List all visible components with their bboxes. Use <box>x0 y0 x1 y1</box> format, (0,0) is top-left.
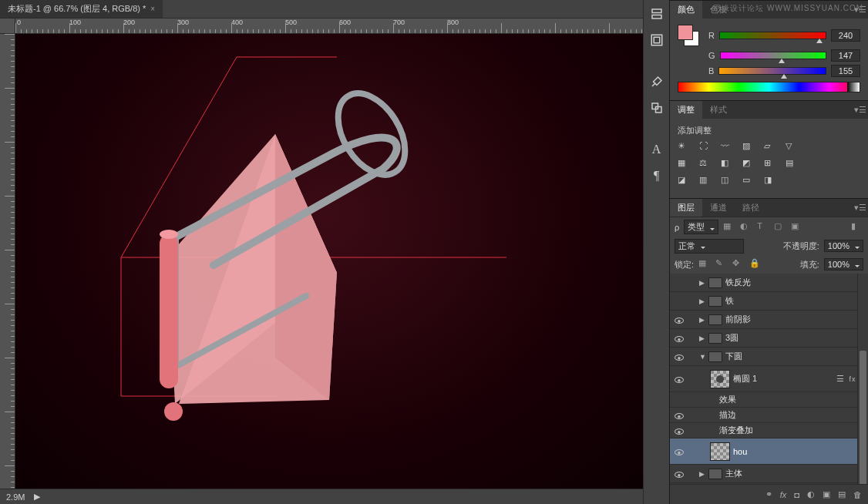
lock-all-icon[interactable]: 🔒 <box>749 258 762 270</box>
expand-icon[interactable] <box>699 279 708 287</box>
status-zoom[interactable]: 2.9M <box>6 492 25 502</box>
filter-type-icon[interactable]: T <box>757 221 769 234</box>
g-value[interactable]: 147 <box>831 49 860 62</box>
new-layer-icon[interactable]: ▤ <box>838 489 846 499</box>
horizontal-ruler[interactable]: 0 100 200 300 400 500 600 700 800 <box>15 18 643 34</box>
layer-row[interactable]: 下圆 <box>670 348 868 366</box>
visibility-toggle[interactable] <box>670 426 688 435</box>
bw-icon[interactable]: ◧ <box>721 158 735 170</box>
vibrance-icon[interactable]: ▱ <box>764 141 778 153</box>
filter-type-select[interactable]: 类型 <box>684 220 718 234</box>
hue-icon[interactable]: ▦ <box>678 158 691 170</box>
filter-shape-icon[interactable]: ▢ <box>774 221 786 234</box>
layer-row[interactable]: 铁反光 <box>670 274 868 292</box>
layer-row-selected[interactable]: hou <box>670 438 868 465</box>
expand-icon[interactable] <box>699 316 708 324</box>
properties-icon[interactable] <box>648 31 666 49</box>
lookup-icon[interactable]: ▤ <box>786 158 799 170</box>
expand-icon[interactable] <box>699 470 708 478</box>
tab-color[interactable]: 颜色 <box>670 1 702 18</box>
b-slider[interactable] <box>718 67 826 75</box>
visibility-toggle[interactable] <box>670 334 688 343</box>
link-layers-icon[interactable]: ⚭ <box>765 489 772 499</box>
visibility-toggle[interactable] <box>670 352 688 361</box>
visibility-toggle[interactable] <box>670 315 688 324</box>
new-group-icon[interactable]: ▣ <box>823 489 830 499</box>
b-value[interactable]: 155 <box>831 65 860 77</box>
layer-row[interactable]: 描边 <box>670 408 868 423</box>
tab-layers[interactable]: 图层 <box>670 199 702 217</box>
document-tab-bar: 未标题-1 @ 66.7% (图层 4, RGB/8) * × <box>0 0 643 18</box>
tab-adjustments[interactable]: 调整 <box>670 101 702 119</box>
panel-menu-icon[interactable]: ▾☰ <box>853 203 868 213</box>
lock-paint-icon[interactable]: ✎ <box>715 258 728 270</box>
character-icon[interactable]: A <box>648 140 666 159</box>
collapse-icon[interactable] <box>699 353 708 361</box>
vertical-ruler[interactable] <box>0 34 15 489</box>
filter-smart-icon[interactable]: ▣ <box>791 221 803 234</box>
layer-row[interactable]: 渐变叠加 <box>670 423 868 438</box>
selective-color-icon[interactable]: ◨ <box>764 175 778 187</box>
layer-row[interactable]: 效果 <box>670 392 868 408</box>
filter-toggle[interactable]: ▮ <box>851 221 863 234</box>
visibility-toggle[interactable] <box>670 469 688 479</box>
mask-icon[interactable]: ◘ <box>794 490 799 499</box>
status-arrow[interactable]: ▶ <box>34 492 40 502</box>
visibility-toggle[interactable] <box>670 411 688 420</box>
layer-thumb[interactable] <box>710 370 730 388</box>
exposure-icon[interactable]: ▨ <box>742 141 756 153</box>
balance-icon[interactable]: ⚖ <box>699 158 713 170</box>
blend-mode-select[interactable]: 正常 <box>675 239 744 254</box>
fx-icon[interactable]: fx <box>780 490 787 499</box>
spectrum-bar[interactable] <box>678 82 860 92</box>
photo-filter-icon[interactable]: ◩ <box>742 158 756 170</box>
threshold-icon[interactable]: ◫ <box>721 175 735 187</box>
expand-icon[interactable] <box>699 297 708 305</box>
channel-mixer-icon[interactable]: ⊞ <box>764 158 778 170</box>
color-swatch[interactable] <box>678 25 699 46</box>
document-tab[interactable]: 未标题-1 @ 66.7% (图层 4, RGB/8) * × <box>0 0 163 18</box>
layer-row[interactable]: 3圆 <box>670 329 868 348</box>
brightness-icon[interactable]: ☀ <box>678 141 691 153</box>
lock-move-icon[interactable]: ✥ <box>732 258 745 270</box>
triangle-icon[interactable]: ▽ <box>786 141 799 153</box>
layer-row[interactable]: 椭圆 1 ☰ fx ▾ <box>670 366 868 392</box>
r-value[interactable]: 240 <box>831 29 860 42</box>
link-icon[interactable]: ☰ <box>836 374 844 384</box>
new-adjust-icon[interactable]: ◐ <box>807 489 815 499</box>
layer-row[interactable]: 前阴影 <box>670 311 868 329</box>
opacity-input[interactable]: 100% <box>824 240 863 252</box>
layer-thumb[interactable] <box>710 442 730 461</box>
gradient-map-icon[interactable]: ▭ <box>742 175 756 187</box>
brush-icon[interactable] <box>648 72 666 91</box>
layer-row[interactable]: 铁 <box>670 292 868 311</box>
tab-paths[interactable]: 路径 <box>735 199 767 217</box>
scrollbar-thumb[interactable] <box>860 351 866 484</box>
posterize-icon[interactable]: ▥ <box>699 175 713 187</box>
close-tab-icon[interactable]: × <box>150 5 155 13</box>
panel-menu-icon[interactable]: ▾☰ <box>853 105 868 115</box>
fill-input[interactable]: 100% <box>824 258 863 270</box>
scrollbar[interactable] <box>857 274 868 484</box>
levels-icon[interactable]: ⛶ <box>699 141 713 153</box>
r-slider[interactable] <box>719 32 826 39</box>
ruler-origin[interactable] <box>0 18 15 34</box>
tab-channels[interactable]: 通道 <box>702 199 735 217</box>
curves-icon[interactable]: 〰 <box>721 141 735 153</box>
expand-icon[interactable] <box>699 334 708 342</box>
filter-adjust-icon[interactable]: ◐ <box>740 221 752 234</box>
trash-icon[interactable]: 🗑 <box>853 490 862 499</box>
g-slider[interactable] <box>720 52 826 59</box>
paragraph-icon[interactable]: ¶ <box>648 166 666 185</box>
clone-icon[interactable] <box>648 99 666 117</box>
canvas[interactable] <box>15 34 643 489</box>
invert-icon[interactable]: ◪ <box>678 175 691 187</box>
lock-trans-icon[interactable]: ▦ <box>698 258 711 270</box>
history-icon[interactable] <box>648 5 666 23</box>
layer-row[interactable]: 主体 <box>670 465 868 483</box>
visibility-toggle[interactable] <box>670 375 688 384</box>
visibility-toggle[interactable] <box>670 447 688 456</box>
tab-styles[interactable]: 样式 <box>702 101 735 119</box>
layer-list[interactable]: 铁反光 铁 前阴影 3圆 <box>670 274 868 484</box>
filter-pixel-icon[interactable]: ▦ <box>723 221 735 234</box>
